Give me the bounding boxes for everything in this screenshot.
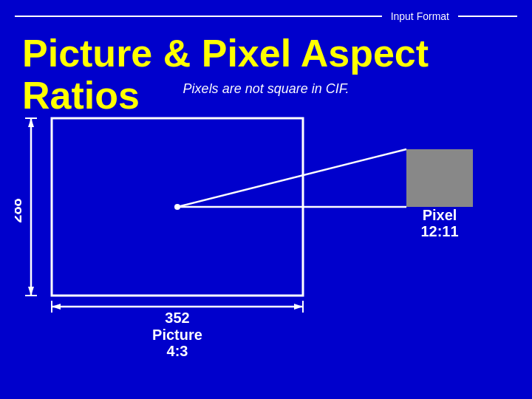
svg-text:4:3: 4:3 xyxy=(167,343,188,359)
header: Input Format xyxy=(0,0,532,33)
svg-marker-2 xyxy=(28,287,34,296)
diagram: 288 352 Picture 4:3 Pixel 12:11 xyxy=(15,103,517,384)
svg-line-15 xyxy=(177,149,406,207)
header-title: Input Format xyxy=(391,10,449,22)
svg-text:Pixel: Pixel xyxy=(423,207,457,223)
svg-text:12:11: 12:11 xyxy=(420,223,458,239)
svg-rect-18 xyxy=(406,149,473,207)
svg-point-14 xyxy=(174,204,180,210)
diagram-svg: 288 352 Picture 4:3 Pixel 12:11 xyxy=(15,103,517,384)
header-line-right xyxy=(458,16,517,17)
svg-text:Picture: Picture xyxy=(152,327,202,343)
header-line-left xyxy=(15,16,382,17)
svg-marker-8 xyxy=(294,304,303,310)
svg-text:288: 288 xyxy=(15,198,24,222)
svg-marker-1 xyxy=(28,118,34,127)
svg-text:352: 352 xyxy=(165,310,189,326)
svg-marker-7 xyxy=(52,304,61,310)
svg-rect-17 xyxy=(52,118,303,296)
subtitle: Pixels are not square in CIF. xyxy=(0,81,532,97)
